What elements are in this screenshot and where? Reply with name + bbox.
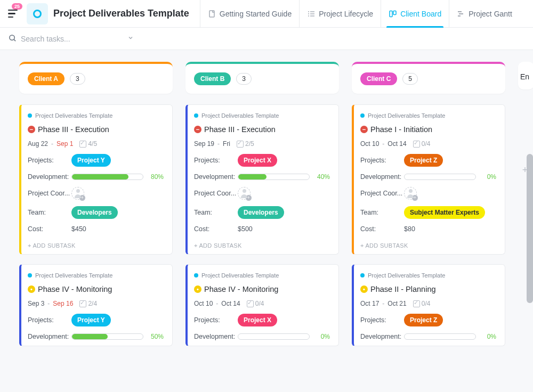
date-start[interactable]: Aug 22 [28, 140, 48, 148]
date-end[interactable]: Sep 16 [53, 300, 73, 307]
project-row: Projects:Project Y [28, 314, 164, 326]
column-header[interactable]: En [518, 62, 533, 89]
task-card[interactable]: Project Deliverables Template−Phase III … [19, 104, 173, 255]
source-text: Project Deliverables Template [368, 112, 445, 119]
column-header[interactable]: Client B3 [185, 62, 339, 94]
team-tag[interactable]: Developers [71, 206, 118, 219]
progress-percent: 0% [480, 333, 496, 340]
date-end[interactable]: Oct 21 [387, 300, 406, 307]
app-logo[interactable] [27, 3, 48, 24]
check-text: 2/4 [88, 300, 97, 307]
coordinator-row: Project Coor...+ [360, 187, 496, 200]
progress-percent: 0% [314, 333, 330, 340]
team-tag[interactable]: Subject Matter Experts [404, 206, 485, 219]
development-row: Development:40% [194, 173, 330, 181]
progress-bar[interactable] [71, 333, 143, 340]
tab-project-lifecycle[interactable]: Project Lifecycle [299, 0, 381, 28]
source-dot-icon [360, 273, 365, 277]
add-subtask-button[interactable]: + ADD SUBTASK [28, 239, 164, 249]
board: Client A3Project Deliverables Template−P… [0, 50, 533, 392]
menu-button[interactable]: 25 [4, 5, 21, 22]
tab-getting-started[interactable]: Getting Started Guide [200, 0, 299, 28]
add-subtask-button[interactable]: + ADD SUBTASK [194, 239, 330, 249]
priority-icon[interactable]: • [28, 285, 35, 293]
task-card[interactable]: Project Deliverables Template•Phase IV -… [19, 264, 173, 346]
progress-percent: 40% [314, 173, 330, 181]
progress-bar[interactable] [404, 333, 476, 340]
assignee-placeholder[interactable]: + [404, 187, 417, 200]
add-subtask-button[interactable]: + ADD SUBTASK [360, 239, 496, 249]
date-end[interactable]: Sep 1 [56, 140, 73, 148]
dev-label: Development: [28, 333, 71, 340]
doc-icon [208, 10, 216, 18]
assignee-placeholder[interactable]: + [71, 187, 84, 200]
task-card[interactable]: Project Deliverables Template−Phase III … [185, 104, 339, 255]
date-start[interactable]: Oct 17 [360, 300, 379, 307]
svg-rect-4 [310, 13, 314, 14]
priority-icon[interactable]: − [360, 126, 368, 133]
subtask-count[interactable]: 0/4 [413, 300, 431, 307]
project-tag[interactable]: Project X [238, 154, 277, 167]
add-column-button[interactable]: + [520, 165, 530, 175]
date-start[interactable]: Oct 10 [194, 300, 213, 307]
project-row: Projects:Project X [194, 314, 330, 326]
column-header[interactable]: Client C5 [352, 62, 505, 94]
card-title-row: •Phase IV - Monitoring [194, 285, 330, 293]
view-tabs: Getting Started Guide Project Lifecycle … [200, 0, 520, 28]
tab-client-board[interactable]: Client Board [381, 0, 449, 28]
svg-rect-9 [458, 11, 462, 12]
card-source: Project Deliverables Template [28, 112, 164, 119]
project-tag[interactable]: Project X [238, 314, 277, 326]
column-header[interactable]: Client A3 [19, 62, 173, 94]
source-text: Project Deliverables Template [368, 272, 445, 279]
dev-label: Development: [28, 173, 71, 181]
priority-icon[interactable]: • [360, 285, 368, 293]
source-text: Project Deliverables Template [201, 112, 279, 119]
date-end[interactable]: Oct 14 [387, 140, 406, 148]
task-card[interactable]: Project Deliverables Template−Phase I - … [352, 104, 505, 255]
date-start[interactable]: Oct 10 [360, 140, 379, 148]
task-card[interactable]: Project Deliverables Template•Phase IV -… [185, 264, 339, 346]
task-card[interactable]: Project Deliverables Template•Phase II -… [352, 264, 505, 346]
date-row: Oct 10-Oct 140/4 [360, 140, 496, 148]
priority-icon[interactable]: − [28, 126, 35, 133]
progress-percent: 80% [148, 173, 164, 181]
header: 25 Project Deliverables Template Getting… [0, 0, 533, 28]
project-tag[interactable]: Project Z [404, 154, 443, 167]
project-tag[interactable]: Project Y [71, 154, 111, 167]
priority-icon[interactable]: − [194, 126, 201, 133]
cost-label: Cost: [194, 225, 238, 233]
project-row: Projects:Project X [194, 154, 330, 167]
date-end[interactable]: Oct 14 [221, 300, 240, 307]
date-row: Oct 17-Oct 210/4 [360, 300, 496, 307]
board-column: Client C5Project Deliverables Template−P… [352, 62, 505, 392]
date-end[interactable]: Fri [223, 140, 230, 148]
card-title: Phase III - Execution [38, 125, 109, 134]
assignee-placeholder[interactable]: + [238, 187, 251, 200]
scrollbar-thumb[interactable] [527, 154, 533, 303]
column-name-pill: Client C [360, 72, 397, 85]
progress-bar[interactable] [238, 333, 310, 340]
search-dropdown[interactable] [127, 35, 134, 43]
project-tag[interactable]: Project Z [404, 314, 443, 326]
checkbox-icon [79, 141, 86, 148]
progress-bar[interactable] [71, 174, 143, 180]
partial-text: En [520, 72, 529, 81]
date-start[interactable]: Sep 3 [28, 300, 44, 307]
subtask-count[interactable]: 2/5 [237, 140, 254, 148]
priority-icon[interactable]: • [194, 285, 201, 293]
progress-bar[interactable] [404, 174, 476, 180]
team-tag[interactable]: Developers [238, 206, 284, 219]
card-title: Phase I - Initiation [370, 125, 432, 134]
project-tag[interactable]: Project Y [71, 314, 111, 326]
project-label: Projects: [360, 316, 404, 324]
search-input[interactable] [21, 35, 117, 43]
tab-project-gantt[interactable]: Project Gantt [449, 0, 520, 28]
subtask-count[interactable]: 2/4 [79, 300, 97, 307]
progress-bar[interactable] [238, 174, 310, 180]
coord-label: Project Coor... [28, 190, 71, 197]
subtask-count[interactable]: 0/4 [247, 300, 264, 307]
subtask-count[interactable]: 0/4 [413, 140, 431, 148]
date-start[interactable]: Sep 19 [194, 140, 214, 148]
subtask-count[interactable]: 4/5 [79, 140, 97, 148]
